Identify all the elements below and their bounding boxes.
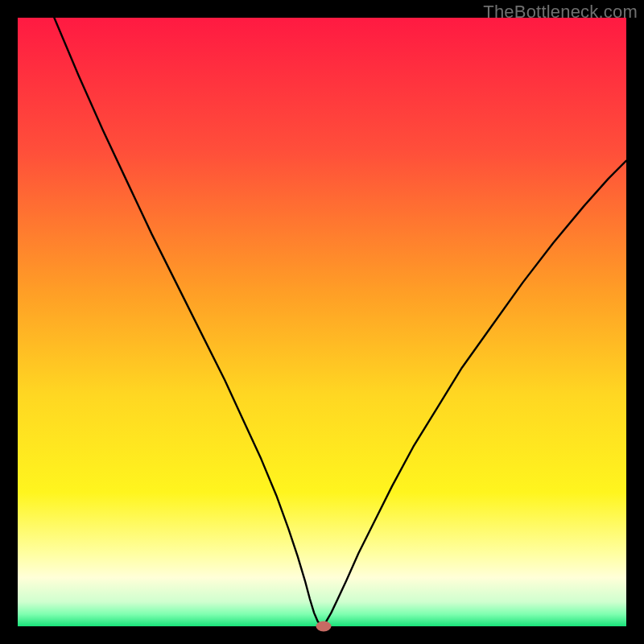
bottleneck-curve bbox=[18, 18, 626, 626]
watermark-text: TheBottleneck.com bbox=[483, 2, 638, 23]
chart-frame: TheBottleneck.com bbox=[0, 0, 644, 644]
optimum-marker bbox=[316, 621, 332, 632]
plot-area bbox=[18, 18, 626, 626]
